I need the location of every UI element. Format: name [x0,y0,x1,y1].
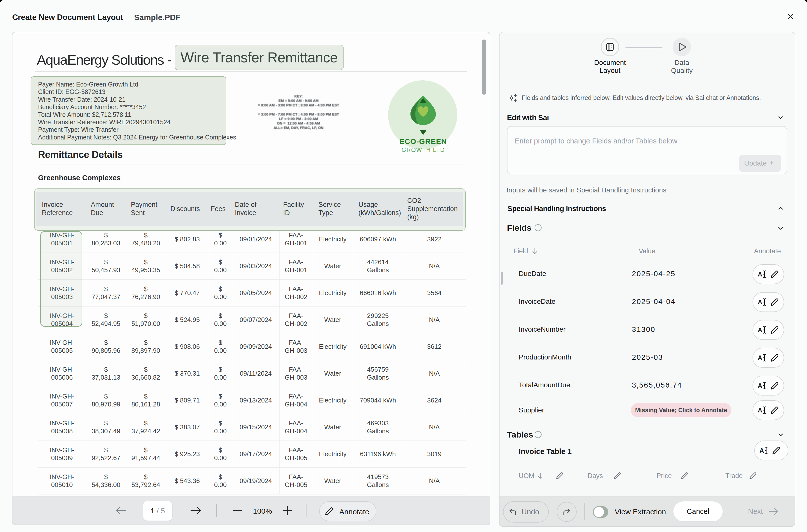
svg-text:A: A [758,271,762,278]
svg-text:A: A [758,299,762,306]
svg-text:A: A [758,354,762,361]
svg-text:A: A [758,382,762,389]
svg-text:A: A [758,407,762,414]
svg-text:ECO-GREEN: ECO-GREEN [400,137,447,146]
svg-text:GROWTH LTD: GROWTH LTD [402,147,445,153]
svg-text:A: A [759,447,764,454]
svg-text:A: A [758,326,762,334]
